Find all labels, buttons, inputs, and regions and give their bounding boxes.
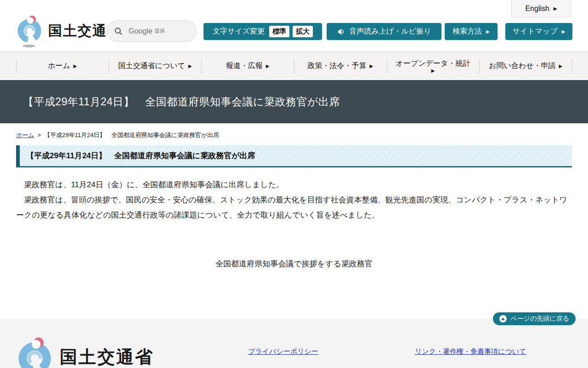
nav-item-opendata[interactable]: オープンデータ・統計 ▶ bbox=[387, 52, 480, 80]
breadcrumb-separator: > bbox=[38, 132, 41, 138]
chevron-right-icon: ▶ bbox=[370, 64, 373, 69]
site-footer: 国土交通省 プライバシーポリシー リンク・著作権・免責事項について bbox=[0, 319, 588, 368]
article-body: 簗政務官は、11月24日（金）に、全国都道府県知事会議に出席しました。 簗政務官… bbox=[16, 177, 572, 223]
chevron-right-icon: ▶ bbox=[562, 29, 565, 34]
page-top-label: ページの先頭に戻る bbox=[510, 315, 569, 323]
chevron-right-icon: ▶ bbox=[188, 64, 192, 69]
nav-item-label: 国土交通省について bbox=[118, 61, 185, 71]
tts-button[interactable]: 音声読み上げ・ルビ振り bbox=[327, 23, 441, 40]
english-button[interactable]: English ▶ bbox=[511, 0, 571, 17]
chevron-right-icon: ▶ bbox=[486, 29, 490, 34]
chevron-right-icon: ▶ bbox=[559, 64, 563, 69]
arrow-up-circle-icon bbox=[499, 315, 507, 322]
chevron-right-icon: ▶ bbox=[554, 6, 557, 11]
main-content: ホーム>【平成29年11月24日】 全国都道府県知事会議に簗政務官が出席 【平成… bbox=[0, 123, 588, 319]
sitemap-label: サイトマップ bbox=[513, 27, 558, 36]
breadcrumb-current: 【平成29年11月24日】 全国都道府県知事会議に簗政務官が出席 bbox=[44, 132, 219, 138]
search-placeholder-provided: 提供 bbox=[155, 28, 165, 34]
article-paragraph: 簗政務官は、11月24日（金）に、全国都道府県知事会議に出席しました。 bbox=[16, 177, 572, 192]
site-header: 国土交通省 Google 提供 文字サイズ変更 標準 拡大 音声読み上げ・ルビ振… bbox=[0, 0, 588, 52]
nav-item-about[interactable]: 国土交通省について ▶ bbox=[109, 52, 202, 80]
font-size-control: 文字サイズ変更 標準 拡大 bbox=[204, 23, 322, 40]
mlit-logo-icon bbox=[15, 14, 45, 48]
search-method-label: 検索方法 bbox=[452, 27, 482, 36]
speaker-icon bbox=[337, 28, 345, 35]
footer-mlit-logo-text: 国土交通省 bbox=[60, 345, 154, 368]
chevron-right-icon: ▶ bbox=[431, 69, 435, 73]
nav-item-press[interactable]: 報道・広報 ▶ bbox=[201, 52, 294, 80]
chevron-right-icon: ▶ bbox=[266, 64, 270, 69]
page-title: 【平成29年11月24日】 全国都道府県知事会議に簗政務官が出席 bbox=[23, 95, 340, 109]
nav-item-home[interactable]: ホーム ▶ bbox=[16, 52, 109, 80]
english-label: English bbox=[525, 5, 549, 13]
search-method-button[interactable]: 検索方法 ▶ bbox=[445, 23, 498, 40]
nav-item-label: お問い合わせ・申請 bbox=[489, 61, 556, 71]
search-input[interactable]: Google 提供 bbox=[107, 20, 197, 42]
global-nav: ホーム ▶ 国土交通省について ▶ 報道・広報 ▶ 政策・法令・予算 ▶ オープ… bbox=[0, 52, 588, 80]
nav-item-contact[interactable]: お問い合わせ・申請 ▶ bbox=[479, 52, 572, 80]
breadcrumb-home-link[interactable]: ホーム bbox=[16, 132, 34, 138]
sitemap-button[interactable]: サイトマップ ▶ bbox=[505, 23, 572, 40]
article-heading: 【平成29年11月24日】 全国都道府県知事会議に簗政務官が出席 bbox=[16, 145, 572, 167]
nav-item-policy[interactable]: 政策・法令・予算 ▶ bbox=[294, 52, 387, 80]
photo-caption: 全国都道府県知事会議で挨拶をする簗政務官 bbox=[16, 259, 572, 269]
font-size-standard-button[interactable]: 標準 bbox=[269, 26, 289, 37]
nav-item-label: オープンデータ・統計 bbox=[396, 59, 470, 68]
nav-item-label: ホーム bbox=[48, 61, 70, 71]
search-icon bbox=[114, 27, 123, 36]
footer-mlit-logo-icon bbox=[15, 336, 56, 368]
article-paragraph: 簗政務官は、冒頭の挨拶で、国民の安全・安心の確保、ストック効果の最大化を目指す社… bbox=[16, 192, 572, 223]
hero-banner: 【平成29年11月24日】 全国都道府県知事会議に簗政務官が出席 bbox=[0, 80, 588, 123]
font-size-large-button[interactable]: 拡大 bbox=[293, 26, 313, 37]
font-size-label: 文字サイズ変更 bbox=[213, 27, 265, 36]
chevron-right-icon: ▶ bbox=[74, 64, 77, 69]
tts-label: 音声読み上げ・ルビ振り bbox=[350, 27, 431, 36]
privacy-policy-link[interactable]: プライバシーポリシー bbox=[248, 347, 318, 356]
nav-item-label: 政策・法令・予算 bbox=[308, 61, 367, 71]
page-top-button[interactable]: ページの先頭に戻る bbox=[493, 312, 576, 325]
mlit-logo[interactable]: 国土交通省 bbox=[15, 14, 122, 48]
nav-item-label: 報道・広報 bbox=[226, 61, 263, 71]
search-placeholder-brand: Google bbox=[129, 27, 153, 35]
breadcrumb: ホーム>【平成29年11月24日】 全国都道府県知事会議に簗政務官が出席 bbox=[16, 123, 572, 139]
page: 国土交通省 Google 提供 文字サイズ変更 標準 拡大 音声読み上げ・ルビ振… bbox=[0, 0, 588, 368]
copyright-disclaimer-link[interactable]: リンク・著作権・免責事項について bbox=[415, 347, 526, 356]
